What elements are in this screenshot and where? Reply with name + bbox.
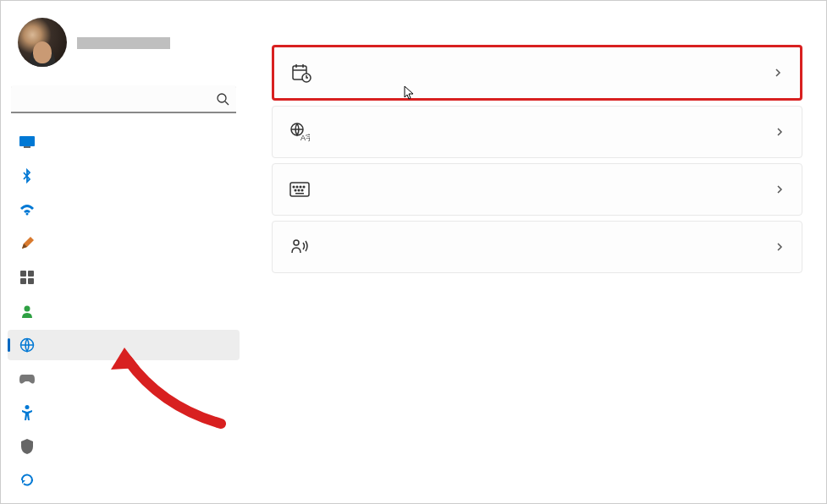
sidebar-item-update[interactable] xyxy=(8,465,240,496)
card-text xyxy=(327,132,758,133)
svg-point-26 xyxy=(301,189,303,191)
system-icon xyxy=(19,134,35,150)
card-text xyxy=(327,189,758,190)
card-typing[interactable] xyxy=(272,163,802,216)
svg-rect-27 xyxy=(295,193,304,194)
profile[interactable] xyxy=(8,9,240,75)
sidebar-item-network[interactable] xyxy=(8,194,240,225)
svg-point-23 xyxy=(303,186,305,188)
svg-point-24 xyxy=(295,189,296,191)
svg-point-11 xyxy=(25,405,30,409)
profile-email-masked xyxy=(77,37,170,49)
accessibility-icon xyxy=(19,405,35,420)
sidebar-item-accounts[interactable] xyxy=(8,296,240,326)
svg-point-25 xyxy=(298,189,300,191)
sidebar-nav xyxy=(8,125,240,497)
speech-icon xyxy=(289,237,310,257)
card-text xyxy=(328,73,756,74)
typing-icon xyxy=(289,179,310,200)
chevron-right-icon xyxy=(775,184,785,194)
language-region-icon: A字 xyxy=(289,122,310,142)
sidebar xyxy=(1,1,246,503)
svg-rect-3 xyxy=(24,146,30,148)
sidebar-item-accessibility[interactable] xyxy=(8,397,240,428)
settings-card-list: A字 xyxy=(272,45,802,273)
apps-icon xyxy=(19,270,35,285)
search-box[interactable] xyxy=(11,85,236,113)
sidebar-item-gaming[interactable] xyxy=(8,364,240,394)
sidebar-item-system[interactable] xyxy=(8,127,240,157)
personalization-icon xyxy=(19,236,35,251)
svg-point-22 xyxy=(300,186,301,188)
search-input[interactable] xyxy=(18,92,216,106)
privacy-icon xyxy=(19,439,35,454)
svg-point-4 xyxy=(26,213,29,216)
svg-point-9 xyxy=(25,306,30,312)
svg-rect-5 xyxy=(20,271,26,277)
time-language-icon xyxy=(19,337,35,353)
svg-point-21 xyxy=(296,186,298,188)
sidebar-item-privacy[interactable] xyxy=(8,431,240,462)
search-icon xyxy=(216,92,229,106)
svg-rect-6 xyxy=(28,271,34,277)
svg-point-28 xyxy=(294,240,299,245)
svg-rect-7 xyxy=(20,278,26,284)
update-icon xyxy=(19,473,35,488)
chevron-right-icon xyxy=(775,127,785,137)
bluetooth-icon xyxy=(19,168,35,184)
network-icon xyxy=(19,202,35,217)
sidebar-item-apps[interactable] xyxy=(8,262,240,293)
chevron-right-icon xyxy=(773,68,783,78)
sidebar-item-personalization[interactable] xyxy=(8,228,240,259)
sidebar-item-bluetooth[interactable] xyxy=(8,161,240,191)
card-speech[interactable] xyxy=(272,221,802,273)
svg-line-1 xyxy=(225,101,229,105)
svg-point-0 xyxy=(218,94,226,102)
svg-rect-2 xyxy=(19,136,35,146)
avatar xyxy=(18,18,67,67)
sidebar-item-time-language[interactable] xyxy=(8,330,240,360)
card-language-region[interactable]: A字 xyxy=(272,106,802,158)
chevron-right-icon xyxy=(775,242,785,252)
svg-text:A字: A字 xyxy=(300,134,310,142)
svg-rect-8 xyxy=(28,278,34,284)
profile-info xyxy=(77,36,170,49)
card-text xyxy=(327,247,758,248)
gaming-icon xyxy=(19,371,35,386)
main-content: A字 xyxy=(246,1,826,503)
card-date-time[interactable] xyxy=(272,45,802,101)
date-time-icon xyxy=(291,63,312,83)
svg-point-20 xyxy=(293,186,295,188)
accounts-icon xyxy=(19,304,35,319)
